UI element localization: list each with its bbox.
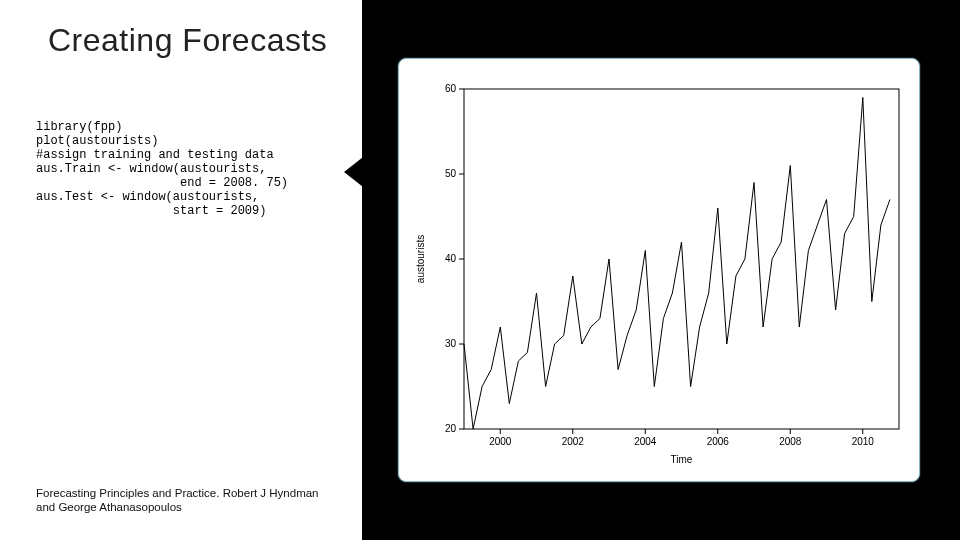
austourists-chart: 2000200220042006200820102030405060Timeau… [399, 59, 921, 483]
svg-text:austourists: austourists [415, 235, 426, 283]
svg-text:50: 50 [445, 168, 457, 179]
svg-text:2008: 2008 [779, 436, 802, 447]
svg-text:2004: 2004 [634, 436, 657, 447]
plot-frame: 2000200220042006200820102030405060Timeau… [398, 58, 920, 482]
svg-rect-0 [464, 89, 899, 429]
arrow-left-icon [344, 150, 372, 194]
svg-text:2010: 2010 [852, 436, 875, 447]
slide: Creating Forecasts library(fpp) plot(aus… [0, 0, 960, 540]
svg-text:40: 40 [445, 253, 457, 264]
svg-text:30: 30 [445, 338, 457, 349]
code-block: library(fpp) plot(austourists) #assign t… [36, 120, 288, 218]
svg-text:Time: Time [671, 454, 693, 465]
svg-text:20: 20 [445, 423, 457, 434]
svg-text:2002: 2002 [562, 436, 585, 447]
svg-text:2000: 2000 [489, 436, 512, 447]
svg-text:2006: 2006 [707, 436, 730, 447]
citation: Forecasting Principles and Practice. Rob… [36, 486, 336, 514]
slide-title: Creating Forecasts [48, 22, 327, 59]
svg-text:60: 60 [445, 83, 457, 94]
